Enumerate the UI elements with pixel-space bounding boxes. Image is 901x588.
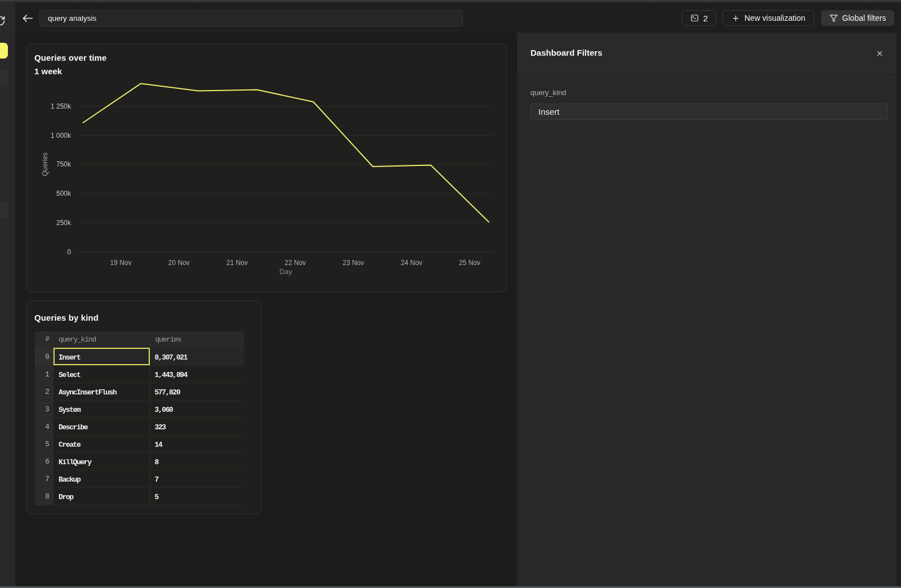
svg-text:Day: Day <box>279 267 293 276</box>
svg-text:500k: 500k <box>56 190 72 198</box>
svg-text:22 Nov: 22 Nov <box>284 259 306 267</box>
svg-text:250k: 250k <box>56 219 72 227</box>
svg-text:750k: 750k <box>56 160 72 168</box>
svg-text:1 250k: 1 250k <box>51 102 72 110</box>
svg-text:20 Nov: 20 Nov <box>168 259 190 267</box>
svg-text:25 Nov: 25 Nov <box>459 259 480 267</box>
svg-text:0: 0 <box>67 248 71 256</box>
svg-text:1 000k: 1 000k <box>51 132 72 140</box>
svg-text:21 Nov: 21 Nov <box>226 259 248 267</box>
svg-text:Queries: Queries <box>41 152 49 176</box>
svg-text:23 Nov: 23 Nov <box>342 259 364 267</box>
svg-text:24 Nov: 24 Nov <box>401 259 422 267</box>
svg-text:19 Nov: 19 Nov <box>110 259 131 267</box>
